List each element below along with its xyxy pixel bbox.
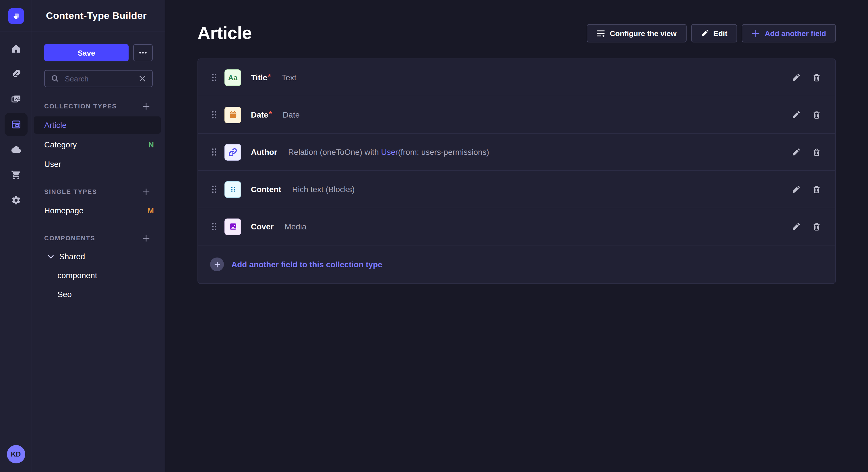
field-type: Rich text (Blocks)	[292, 185, 355, 194]
section-head: COLLECTION TYPES	[44, 102, 153, 111]
single-types-list: Homepage M	[34, 202, 161, 219]
deploy-cloud-icon[interactable]	[4, 138, 27, 161]
field-name: Date*	[251, 110, 272, 119]
edit-field-button[interactable]	[792, 222, 800, 231]
component-group-children: component Seo	[44, 266, 153, 303]
edit-label: Edit	[713, 29, 727, 38]
media-library-icon[interactable]	[4, 88, 27, 111]
add-field-row-button[interactable]: Add another field to this collection typ…	[198, 245, 835, 283]
drag-handle-icon[interactable]	[211, 147, 217, 157]
plus-icon	[751, 29, 760, 38]
field-name: Cover	[251, 222, 274, 231]
add-field-row-label: Add another field to this collection typ…	[231, 260, 382, 269]
section-single-types: SINGLE TYPES Homepage M	[44, 187, 153, 219]
media-field-icon	[224, 218, 241, 235]
main-nav-rail: KD	[0, 0, 32, 472]
delete-field-button[interactable]	[812, 73, 821, 82]
subnav: Content-Type Builder Save COLLECTION TYP…	[32, 0, 165, 472]
configure-list-icon	[597, 29, 606, 38]
field-type: Media	[284, 222, 306, 231]
sidebar-item-user[interactable]: User	[34, 156, 161, 173]
field-name: Author	[251, 147, 277, 157]
clear-search-icon[interactable]	[139, 75, 146, 82]
sidebar-item-homepage[interactable]: Homepage M	[34, 202, 161, 219]
component-group-label: Shared	[59, 252, 85, 261]
strapi-logo[interactable]	[8, 8, 24, 24]
field-type: Text	[282, 73, 296, 82]
home-icon[interactable]	[4, 37, 27, 60]
search-input[interactable]	[64, 74, 134, 83]
sidebar-item-label: Article	[44, 121, 67, 130]
settings-gear-icon[interactable]	[4, 189, 27, 212]
pencil-icon	[792, 185, 800, 194]
pencil-icon	[792, 73, 800, 82]
ellipsis-icon	[139, 52, 147, 54]
trash-icon	[812, 110, 821, 119]
relation-field-icon	[224, 144, 241, 160]
sidebar-item-category[interactable]: Category N	[34, 136, 161, 153]
rail-header	[0, 0, 32, 32]
delete-field-button[interactable]	[812, 185, 821, 194]
trash-icon	[812, 185, 821, 194]
content-type-builder-icon[interactable]	[4, 113, 27, 136]
drag-handle-icon[interactable]	[211, 110, 217, 119]
sidebar-item-seo[interactable]: Seo	[44, 284, 153, 303]
marketplace-cart-icon[interactable]	[4, 164, 27, 187]
edit-field-button[interactable]	[792, 110, 800, 119]
add-another-field-button[interactable]: Add another field	[742, 24, 836, 42]
sidebar-item-label: Homepage	[44, 206, 84, 215]
subnav-body: Save COLLECTION TYPES	[32, 32, 165, 303]
row-actions	[792, 110, 821, 119]
page-title: Article	[197, 23, 252, 43]
pencil-icon	[792, 148, 800, 156]
add-component-button[interactable]	[141, 233, 151, 243]
sidebar-item-component[interactable]: component	[44, 266, 153, 284]
drag-handle-icon[interactable]	[211, 73, 217, 82]
field-type: Date	[283, 110, 300, 119]
pencil-icon	[792, 222, 800, 231]
edit-field-button[interactable]	[792, 73, 800, 82]
section-head: COMPONENTS	[44, 233, 153, 243]
user-avatar[interactable]: KD	[7, 445, 25, 463]
section-label: COMPONENTS	[44, 235, 95, 241]
subnav-title: Content-Type Builder	[46, 10, 147, 22]
trash-icon	[812, 222, 821, 231]
configure-view-button[interactable]: Configure the view	[587, 24, 687, 42]
edit-button[interactable]: Edit	[691, 24, 737, 42]
save-row: Save	[44, 44, 153, 61]
drag-handle-icon[interactable]	[211, 185, 217, 194]
edit-field-button[interactable]	[792, 185, 800, 194]
sidebar-item-article[interactable]: Article	[34, 116, 161, 134]
row-actions	[792, 73, 821, 82]
field-name: Content	[251, 185, 281, 194]
delete-field-button[interactable]	[812, 148, 821, 156]
status-badge: N	[148, 140, 154, 149]
delete-field-button[interactable]	[812, 110, 821, 119]
table-row-date: Date* Date	[198, 96, 835, 134]
sidebar-item-label: User	[44, 160, 61, 169]
subnav-header: Content-Type Builder	[32, 0, 165, 32]
required-marker: *	[269, 109, 272, 118]
text-field-icon: Aa	[224, 69, 241, 86]
edit-field-button[interactable]	[792, 148, 800, 156]
date-field-icon	[224, 106, 241, 123]
main-header: Article Configure the view Edit Add anot…	[197, 23, 836, 43]
component-group-shared[interactable]: Shared	[44, 252, 153, 261]
search-box[interactable]	[44, 70, 153, 87]
add-single-type-button[interactable]	[141, 187, 151, 197]
section-label: SINGLE TYPES	[44, 188, 97, 195]
relation-target-link[interactable]: User	[381, 147, 398, 157]
save-button[interactable]: Save	[44, 44, 129, 61]
status-badge: M	[148, 206, 154, 215]
delete-field-button[interactable]	[812, 222, 821, 231]
drag-handle-icon[interactable]	[211, 222, 217, 231]
more-actions-button[interactable]	[133, 44, 153, 61]
add-collection-type-button[interactable]	[141, 101, 151, 111]
sidebar-item-label: Category	[44, 140, 77, 149]
avatar-initials: KD	[11, 450, 21, 458]
section-collection-types: COLLECTION TYPES Article Category N User	[44, 102, 153, 173]
table-row-content: Content Rich text (Blocks)	[198, 171, 835, 208]
trash-icon	[812, 148, 821, 156]
content-manager-icon[interactable]	[4, 63, 27, 86]
configure-view-label: Configure the view	[610, 29, 677, 38]
